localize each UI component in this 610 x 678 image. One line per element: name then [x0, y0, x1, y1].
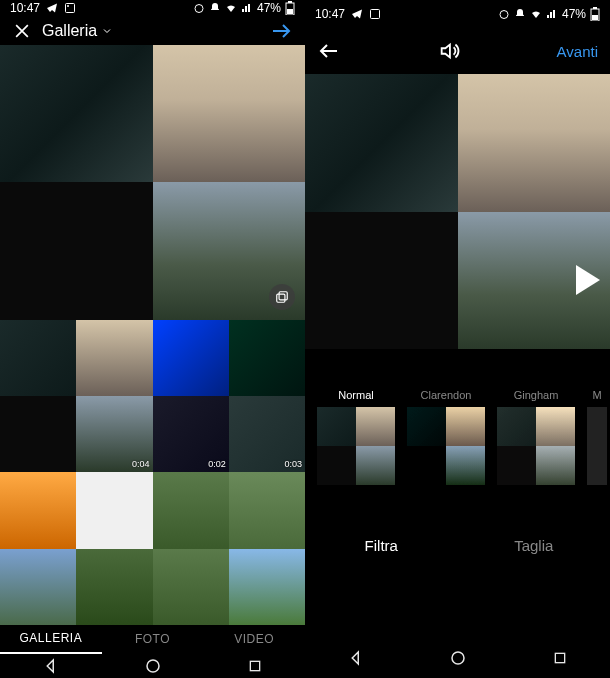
svg-rect-9	[250, 661, 259, 670]
preview-cell	[458, 74, 611, 212]
filter-clarendon[interactable]: Clarendon	[407, 389, 485, 485]
battery-icon	[285, 1, 295, 15]
bottom-tabs: GALLERIA FOTO VIDEO	[0, 625, 305, 654]
wifi-icon	[225, 2, 237, 14]
svg-point-15	[452, 652, 464, 664]
dnd-icon	[514, 8, 526, 20]
svg-point-11	[500, 11, 508, 19]
video-duration: 0:04	[132, 459, 150, 469]
nav-bar	[305, 638, 610, 678]
signal-icon	[546, 8, 558, 20]
thumbnail[interactable]	[229, 549, 305, 625]
signal-icon	[241, 2, 253, 14]
preview-cell	[153, 45, 306, 183]
image-icon	[369, 8, 381, 20]
next-button[interactable]: Avanti	[557, 43, 598, 60]
preview-cell	[0, 45, 153, 183]
app-bar-left: Galleria	[0, 17, 305, 45]
action-tabs: Filtra Taglia	[305, 515, 610, 575]
chevron-down-icon	[101, 25, 113, 37]
gallery-thumbnails: 0:04 0:02 0:03	[0, 320, 305, 625]
nav-home-icon[interactable]	[144, 657, 162, 675]
thumbnail[interactable]	[76, 320, 152, 396]
tab-gallery[interactable]: GALLERIA	[0, 625, 102, 654]
svg-point-1	[67, 5, 69, 7]
next-arrow-icon[interactable]	[269, 19, 293, 43]
tab-photo[interactable]: FOTO	[102, 625, 204, 654]
preview-grid-right[interactable]	[305, 74, 610, 349]
preview-cell	[305, 212, 458, 350]
telegram-icon	[351, 8, 363, 20]
nav-back-icon[interactable]	[347, 649, 365, 667]
svg-rect-6	[279, 292, 287, 300]
filters-section: Normal Clarendon Gingham M Filtra Taglia	[305, 349, 610, 638]
tab-crop[interactable]: Taglia	[458, 515, 611, 575]
battery-percent: 47%	[257, 1, 281, 15]
thumbnail[interactable]	[153, 549, 229, 625]
sound-icon[interactable]	[438, 40, 460, 62]
thumbnail[interactable]	[0, 549, 76, 625]
svg-rect-10	[371, 10, 380, 19]
thumbnail[interactable]	[229, 472, 305, 548]
play-icon[interactable]	[576, 265, 600, 295]
left-screen: 10:47 47% Galleria	[0, 0, 305, 678]
status-bar: 10:47 47%	[0, 0, 305, 17]
alarm-icon	[498, 8, 510, 20]
thumbnail[interactable]	[76, 549, 152, 625]
svg-rect-16	[555, 653, 564, 662]
gallery-dropdown[interactable]: Galleria	[42, 22, 113, 40]
app-bar-right: Avanti	[305, 28, 610, 74]
alarm-icon	[193, 2, 205, 14]
wifi-icon	[530, 8, 542, 20]
video-duration: 0:02	[208, 459, 226, 469]
battery-icon	[590, 7, 600, 21]
svg-rect-4	[287, 9, 293, 14]
back-arrow-icon[interactable]	[317, 39, 341, 63]
filter-more[interactable]: M	[587, 389, 607, 485]
thumbnail[interactable]	[0, 396, 76, 472]
preview-cell	[153, 182, 306, 320]
nav-home-icon[interactable]	[449, 649, 467, 667]
thumbnail[interactable]	[0, 472, 76, 548]
svg-point-2	[195, 5, 203, 13]
tab-filter[interactable]: Filtra	[305, 515, 458, 575]
status-bar: 10:47 47%	[305, 0, 610, 28]
telegram-icon	[46, 2, 58, 14]
svg-point-8	[147, 660, 159, 672]
thumbnail[interactable]	[0, 320, 76, 396]
image-icon	[64, 2, 76, 14]
battery-percent: 47%	[562, 7, 586, 21]
filter-gingham[interactable]: Gingham	[497, 389, 575, 485]
close-icon[interactable]	[12, 21, 32, 41]
right-screen: 10:47 47% Avanti Normal	[305, 0, 610, 678]
svg-rect-7	[277, 294, 285, 302]
filter-list[interactable]: Normal Clarendon Gingham M	[305, 389, 610, 485]
nav-bar	[0, 654, 305, 678]
preview-cell	[458, 212, 611, 350]
thumbnail[interactable]	[153, 320, 229, 396]
thumbnail[interactable]: 0:03	[229, 396, 305, 472]
tab-video[interactable]: VIDEO	[203, 625, 305, 654]
nav-recent-icon[interactable]	[552, 650, 568, 666]
thumbnail[interactable]	[153, 472, 229, 548]
thumbnail[interactable]	[229, 320, 305, 396]
preview-cell	[305, 74, 458, 212]
svg-rect-13	[592, 15, 598, 20]
svg-rect-0	[66, 4, 75, 13]
preview-cell	[0, 182, 153, 320]
nav-recent-icon[interactable]	[247, 658, 263, 674]
multi-select-icon[interactable]	[269, 284, 295, 310]
svg-rect-5	[288, 1, 292, 3]
thumbnail[interactable]	[76, 472, 152, 548]
filter-normal[interactable]: Normal	[317, 389, 395, 485]
nav-back-icon[interactable]	[42, 657, 60, 675]
clock: 10:47	[10, 1, 40, 15]
thumbnail[interactable]: 0:04	[76, 396, 152, 472]
thumbnail[interactable]: 0:02	[153, 396, 229, 472]
svg-rect-14	[593, 7, 597, 9]
preview-grid-left[interactable]	[0, 45, 305, 320]
video-duration: 0:03	[284, 459, 302, 469]
clock: 10:47	[315, 7, 345, 21]
dnd-icon	[209, 2, 221, 14]
